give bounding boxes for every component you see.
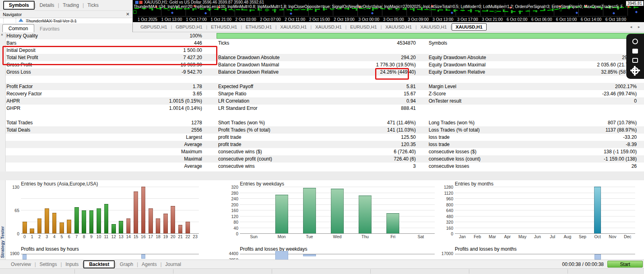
y-axis-tick: 320 [225, 185, 238, 190]
time-tick-label: 3 Oct 17:00 [457, 17, 478, 22]
stat-label: Balance Drawdown Absolute [218, 54, 280, 61]
tab-details[interactable]: Details [36, 2, 58, 9]
price-chart[interactable]: XAUUSD,H1: Gold vs US Dollar 3596.46 359… [133, 0, 644, 22]
start-button[interactable]: Start [607, 261, 643, 268]
stat-label: GHPR [6, 105, 21, 112]
result-tab-4-xauusd-h1[interactable]: XAUUSD,H1 [277, 24, 310, 30]
taskbar-strip[interactable] [0, 268, 644, 274]
y-axis-tick: 280 [225, 191, 238, 196]
bar-22 [186, 222, 190, 233]
stat-label: Profit Trades (% of total) [218, 126, 270, 134]
result-tab-9-xauusd-h1[interactable]: XAUUSD,H1 [452, 23, 486, 31]
result-tab-7-xauusd-h1[interactable]: XAUUSD,H1 [382, 24, 415, 30]
taskbar-separator [568, 269, 568, 274]
gear-icon[interactable] [632, 67, 639, 74]
bar-slot [407, 187, 435, 233]
tester-tab-agents[interactable]: Agents [138, 261, 160, 268]
x-axis-label: 1 [28, 234, 35, 239]
history-quality-bar [217, 33, 644, 39]
bar-Mon [275, 195, 288, 233]
stat-label: Recovery Factor [6, 90, 42, 97]
tester-tab-settings[interactable]: Settings [36, 261, 60, 268]
stat-value: 141 (11.03%) [287, 126, 416, 134]
x-axis-label: 15 [132, 234, 139, 239]
x-axis: JanFebMarAprMayJunJulAugSepOctNovDec [455, 234, 635, 239]
market-watch-tabs: Symbols|Details|Trading|Ticks [0, 0, 132, 11]
x-axis-label: Oct [590, 234, 605, 239]
stat-spacer-row [6, 76, 644, 83]
result-chart-tabs: GBPUSD,H1|GBPUSD,H1|ETHUSD,H1|ETHUSD,H1|… [133, 22, 644, 32]
tab-symbols[interactable]: Symbols [3, 1, 35, 10]
time-tick-label: 3 Oct 13:00 [433, 17, 454, 22]
bar-slot [110, 187, 117, 233]
chart-title: Entries by months [455, 181, 493, 187]
tester-tab-overview[interactable]: Overview [7, 261, 35, 268]
bar-Wed [331, 189, 344, 233]
panel-close-icon[interactable]: × [1, 33, 3, 37]
x-axis-label: Sat [407, 234, 435, 239]
y-axis-tick: 65 [6, 208, 19, 213]
time-tick-label: 2 Oct 07:00 [260, 17, 281, 22]
stat-value: Maximum [86, 148, 202, 155]
stat-label: Margin Level [429, 83, 456, 90]
bar-16 [141, 187, 146, 233]
x-axis-label: 14 [125, 234, 132, 239]
y-axis-tick: 160 [225, 208, 238, 213]
navigator-tab-favorites[interactable]: Favorites [34, 25, 65, 33]
bar-slot [103, 187, 110, 233]
tester-tab-graph[interactable]: Graph [116, 261, 137, 268]
y-axis-tick: 120 [225, 214, 238, 219]
y-axis-tick: 0 [440, 231, 453, 236]
x-axis-label: Feb [470, 234, 485, 239]
tab-trading[interactable]: Trading [59, 2, 83, 9]
bar-slot [147, 187, 154, 233]
chart-icon-blue [135, 1, 138, 4]
result-tab-0-gbpusd-h1[interactable]: GBPUSD,H1 [137, 24, 171, 30]
result-tab-1-gbpusd-h1[interactable]: GBPUSD,H1 [172, 24, 206, 30]
bar-slot [515, 187, 530, 233]
stat-label: Expected Payoff [218, 83, 253, 90]
window-capture-icon[interactable] [632, 58, 638, 63]
tester-tab-backtest[interactable]: Backtest [83, 260, 115, 268]
tab-ticks[interactable]: Ticks [84, 2, 102, 9]
stat-label: Balance Drawdown Maximal [218, 61, 279, 68]
bar-slot [132, 187, 139, 233]
result-tab-5-xauusd-h1[interactable]: XAUUSD,H1 [312, 24, 345, 30]
stat-value: -1 159.00 (138) [489, 155, 637, 163]
result-tab-3-ethusd-h1[interactable]: ETHUSD,H1 [242, 24, 275, 30]
x-axis-label: 8 [80, 234, 87, 239]
stat-value: 471 (11.46%) [287, 119, 416, 126]
y-axis-tick: 480 [440, 214, 453, 219]
buy-signal-icon: ◆ [635, 10, 638, 14]
x-axis-label: 17 [147, 234, 154, 239]
x-axis: SunMonTueWedThuFriSat [240, 234, 435, 239]
result-tab-2-ethusd-h1[interactable]: ETHUSD,H1 [207, 24, 241, 30]
stat-row: Maximumconsecutive wins ($)6 (726.40)con… [6, 148, 644, 155]
result-tab-6-eurusd-h1[interactable]: EURUSD,H1 [347, 24, 380, 30]
chart-title: Profits and losses by months [455, 246, 516, 252]
bar-slot [545, 187, 560, 233]
navigator-tab-common[interactable]: Common [2, 24, 34, 33]
x-axis-label: Thu [351, 234, 379, 239]
stat-value: 125.50 [287, 134, 416, 141]
bar-7 [74, 207, 79, 233]
x-axis-label: Jun [530, 234, 545, 239]
tester-tab-inputs[interactable]: Inputs [62, 261, 83, 268]
x-axis-label: 19 [162, 234, 169, 239]
record-icon[interactable] [632, 39, 638, 44]
stat-label: Total Trades [6, 119, 33, 126]
chart-icon-red [139, 1, 142, 4]
tester-tab-journal[interactable]: Journal [162, 261, 185, 268]
tree-item-label[interactable]: ThunderMAX Trail Ver 3.1 [26, 19, 77, 23]
bar-slot [36, 187, 43, 233]
result-tab-8-xauusd-h1[interactable]: XAUUSD,H1 [417, 24, 450, 30]
navigator-close-icon[interactable]: ✕ [126, 12, 130, 17]
screenshot-icon[interactable] [632, 49, 638, 54]
plot-area [455, 187, 635, 234]
bar-slot [80, 187, 87, 233]
bar-slot [51, 187, 58, 233]
navigator-tree[interactable]: ThunderMAX Trail Ver 3.1 [0, 18, 132, 23]
tab-scroll-arrows[interactable]: ◂ ▸ [630, 25, 642, 29]
strategy-tester-label[interactable]: Strategy Tester [0, 226, 5, 258]
pl-bar-Oct [594, 254, 601, 260]
